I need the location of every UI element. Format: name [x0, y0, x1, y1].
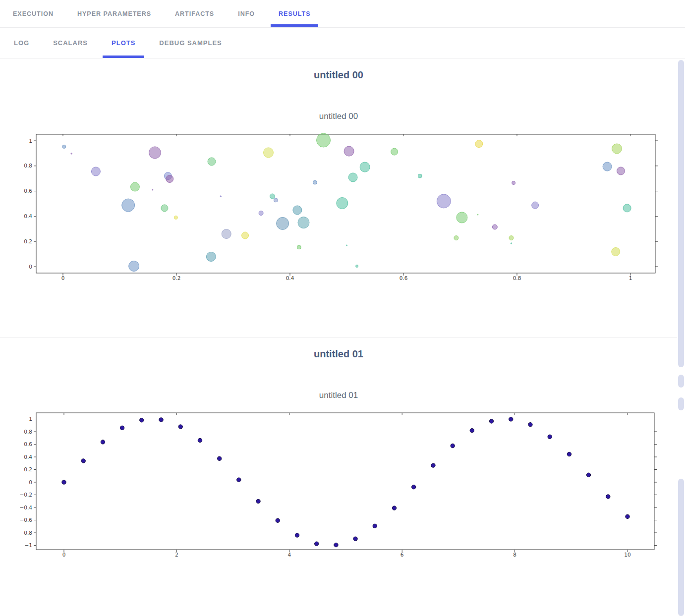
- scrollbar-thumb[interactable]: [678, 397, 684, 410]
- scatter-point[interactable]: [626, 514, 629, 518]
- scatter-point[interactable]: [586, 473, 590, 477]
- bubble-point[interactable]: [298, 217, 309, 228]
- scatter-point[interactable]: [62, 480, 66, 484]
- scatter-point[interactable]: [256, 499, 260, 503]
- bubble-point[interactable]: [360, 162, 370, 172]
- scatter-point[interactable]: [120, 426, 124, 430]
- subtab-plots[interactable]: PLOTS: [112, 28, 135, 58]
- bubble-point[interactable]: [391, 148, 398, 155]
- bubble-point[interactable]: [532, 202, 539, 209]
- bubble-point[interactable]: [457, 212, 467, 223]
- scatter-point[interactable]: [451, 444, 455, 448]
- scatter-point[interactable]: [528, 423, 532, 427]
- subtab-scalars[interactable]: SCALARS: [53, 28, 88, 58]
- bubble-point[interactable]: [174, 216, 177, 219]
- bubble-point[interactable]: [454, 236, 458, 240]
- bubble-point[interactable]: [492, 224, 497, 229]
- bubble-point[interactable]: [475, 140, 483, 148]
- bubble-point[interactable]: [612, 144, 622, 154]
- subtab-log[interactable]: LOG: [14, 28, 29, 58]
- scatter-point[interactable]: [276, 518, 280, 522]
- scatter-point[interactable]: [178, 425, 182, 429]
- y-tick-label: 0.6: [24, 188, 32, 194]
- bubble-point[interactable]: [91, 167, 100, 176]
- scatter-point[interactable]: [509, 417, 513, 421]
- bubble-point[interactable]: [317, 133, 331, 147]
- scatter-point[interactable]: [470, 429, 474, 433]
- tab-artifacts[interactable]: ARTIFACTS: [175, 0, 214, 27]
- bubble-point[interactable]: [418, 174, 422, 178]
- bubble-point[interactable]: [612, 248, 620, 256]
- bubble-point[interactable]: [161, 205, 168, 212]
- bubble-chart-svg[interactable]: 00.20.40.60.8100.20.40.60.81: [0, 127, 674, 290]
- scatter-point[interactable]: [140, 418, 144, 422]
- tab-info[interactable]: INFO: [238, 0, 255, 27]
- bubble-point[interactable]: [344, 146, 354, 156]
- bubble-point[interactable]: [222, 229, 231, 238]
- scrollbar-thumb[interactable]: [678, 479, 684, 616]
- scatter-point[interactable]: [81, 459, 85, 463]
- x-tick-label: 0.2: [172, 275, 181, 281]
- bubble-point[interactable]: [220, 196, 221, 197]
- bubble-point[interactable]: [293, 206, 302, 215]
- bubble-point[interactable]: [617, 167, 625, 175]
- tab-hyper-parameters[interactable]: HYPER PARAMETERS: [77, 0, 151, 27]
- bubble-point[interactable]: [356, 265, 358, 267]
- bubble-point[interactable]: [277, 217, 289, 229]
- scatter-point[interactable]: [392, 506, 396, 510]
- scrollbar-thumb[interactable]: [678, 60, 684, 367]
- tab-results[interactable]: RESULTS: [279, 0, 310, 27]
- bubble-point[interactable]: [623, 204, 631, 212]
- scatter-point[interactable]: [101, 440, 105, 444]
- bubble-point[interactable]: [346, 245, 347, 246]
- bubble-point[interactable]: [208, 158, 216, 166]
- scatter-point[interactable]: [217, 456, 221, 460]
- bubble-point[interactable]: [274, 198, 278, 202]
- scatter-point[interactable]: [548, 435, 552, 439]
- bubble-point[interactable]: [71, 153, 72, 154]
- bubble-point[interactable]: [129, 261, 139, 271]
- bubble-point[interactable]: [149, 147, 161, 159]
- bubble-point[interactable]: [437, 194, 451, 208]
- bubble-point[interactable]: [62, 145, 66, 148]
- bubble-point[interactable]: [122, 199, 135, 212]
- sine-scatter-svg[interactable]: 0246810−1−0.8−0.6−0.4−0.200.20.40.60.81: [0, 407, 674, 573]
- bubble-point[interactable]: [152, 189, 153, 190]
- scatter-point[interactable]: [315, 542, 319, 546]
- bubble-point[interactable]: [511, 243, 512, 244]
- scatter-point[interactable]: [412, 485, 416, 489]
- bubble-point[interactable]: [270, 194, 275, 199]
- scatter-point[interactable]: [295, 533, 299, 537]
- scatter-point[interactable]: [237, 478, 241, 482]
- bubble-point[interactable]: [130, 182, 139, 191]
- y-tick-label: 0.8: [24, 429, 32, 435]
- scatter-point[interactable]: [373, 524, 377, 528]
- bubble-point[interactable]: [603, 162, 612, 171]
- bubble-point[interactable]: [166, 175, 173, 182]
- x-tick-label: 0.6: [400, 275, 408, 281]
- bubble-point[interactable]: [313, 180, 317, 184]
- bubble-point[interactable]: [263, 148, 273, 158]
- bubble-point[interactable]: [297, 245, 301, 249]
- scatter-point[interactable]: [159, 418, 163, 422]
- y-tick-label: 0.2: [24, 466, 32, 472]
- scatter-point[interactable]: [489, 419, 493, 423]
- subtab-debug-samples[interactable]: DEBUG SAMPLES: [159, 28, 222, 58]
- bubble-point[interactable]: [206, 252, 216, 261]
- scatter-point[interactable]: [334, 543, 338, 547]
- scatter-point[interactable]: [353, 537, 357, 541]
- bubble-point[interactable]: [242, 232, 249, 239]
- bubble-point[interactable]: [337, 197, 348, 209]
- bubble-point[interactable]: [477, 214, 478, 215]
- bubble-point[interactable]: [348, 173, 357, 182]
- scatter-point[interactable]: [431, 463, 435, 467]
- bubble-point[interactable]: [512, 181, 515, 185]
- scrollbar-thumb[interactable]: [678, 375, 684, 388]
- x-tick-label: 8: [513, 552, 516, 558]
- bubble-point[interactable]: [259, 211, 263, 216]
- scatter-point[interactable]: [567, 452, 571, 456]
- tab-execution[interactable]: EXECUTION: [13, 0, 54, 27]
- scatter-point[interactable]: [198, 438, 202, 442]
- bubble-point[interactable]: [509, 236, 514, 240]
- scatter-point[interactable]: [606, 495, 610, 499]
